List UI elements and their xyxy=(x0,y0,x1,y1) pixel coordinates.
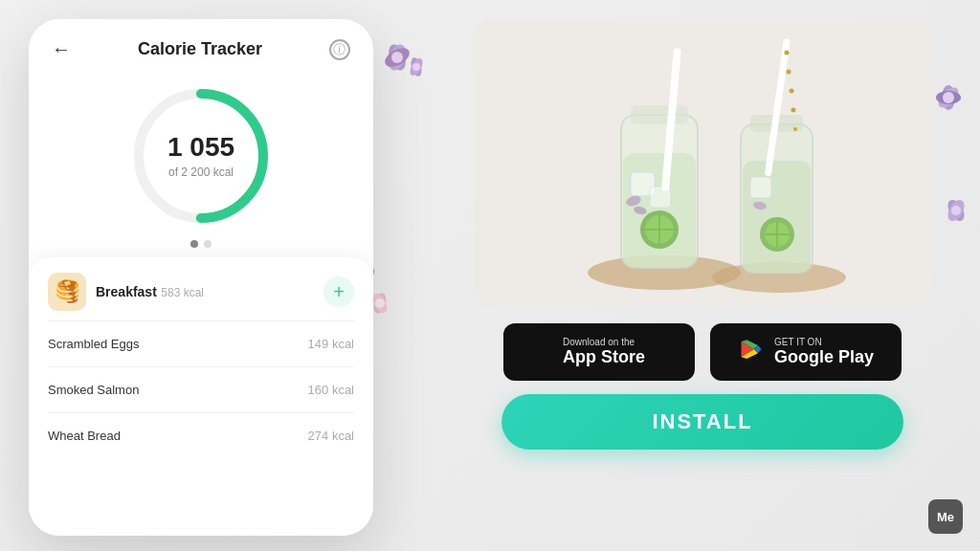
food-item-smoked-salmon: Smoked Salmon 160 kcal xyxy=(48,375,354,405)
breakfast-name: Breakfast xyxy=(96,284,157,299)
calorie-number: 1 055 xyxy=(167,132,234,163)
info-icon[interactable]: ⓘ xyxy=(329,39,350,60)
food-name-eggs: Scrambled Eggs xyxy=(48,337,139,351)
food-item-scrambled-eggs: Scrambled Eggs 149 kcal xyxy=(48,329,354,359)
drink-scene xyxy=(473,19,932,306)
food-name-bread: Wheat Bread xyxy=(48,429,121,443)
breakfast-info: Breakfast 583 kcal xyxy=(96,283,204,300)
install-button[interactable]: INSTALL xyxy=(501,394,903,450)
breakfast-icon: 🥞 xyxy=(48,273,86,311)
food-list-area: 🥞 Breakfast 583 kcal + Scrambled Eggs 14… xyxy=(29,257,373,536)
dot-1 xyxy=(190,240,198,248)
breakfast-kcal: 583 kcal xyxy=(161,286,204,299)
googleplay-button[interactable]: GET IT ON Google Play xyxy=(710,323,902,381)
breakfast-left: 🥞 Breakfast 583 kcal xyxy=(48,273,204,311)
pagination-dots xyxy=(190,240,212,248)
dot-2 xyxy=(204,240,212,248)
divider-3 xyxy=(48,412,354,413)
install-label: INSTALL xyxy=(652,409,752,434)
breakfast-category: 🥞 Breakfast 583 kcal + xyxy=(48,273,354,311)
phone-mockup: ← Calorie Tracker ⓘ 1 055 of 2 200 kcal … xyxy=(29,19,373,536)
svg-rect-45 xyxy=(750,177,771,198)
food-item-wheat-bread: Wheat Bread 274 kcal xyxy=(48,421,354,451)
appstore-label-big: App Store xyxy=(563,347,645,368)
calorie-circle-area: 1 055 of 2 200 kcal xyxy=(29,70,373,253)
calorie-circle: 1 055 of 2 200 kcal xyxy=(124,79,278,232)
food-kcal-eggs: 149 kcal xyxy=(308,337,354,351)
googleplay-text: GET IT ON Google Play xyxy=(774,337,874,368)
googleplay-label-small: GET IT ON xyxy=(774,337,874,347)
me-badge[interactable]: Me xyxy=(928,499,963,534)
googleplay-icon xyxy=(738,339,765,365)
back-arrow-icon[interactable]: ← xyxy=(52,38,71,60)
right-panel: Download on the App Store GET IT ON Goog… xyxy=(425,0,980,551)
food-image xyxy=(473,19,932,306)
me-badge-label: Me xyxy=(937,510,954,524)
svg-point-52 xyxy=(785,51,790,55)
add-breakfast-button[interactable]: + xyxy=(323,276,354,307)
appstore-button[interactable]: Download on the App Store xyxy=(503,323,695,381)
svg-rect-31 xyxy=(631,105,688,124)
food-kcal-salmon: 160 kcal xyxy=(308,383,354,397)
tracker-title: Calorie Tracker xyxy=(138,39,262,59)
svg-point-54 xyxy=(790,89,794,94)
svg-point-55 xyxy=(791,108,796,113)
svg-point-53 xyxy=(787,70,791,75)
calorie-count-display: 1 055 of 2 200 kcal xyxy=(167,132,234,180)
divider-2 xyxy=(48,366,354,367)
store-buttons-container: Download on the App Store GET IT ON Goog… xyxy=(503,323,902,381)
calorie-label: of 2 200 kcal xyxy=(168,165,234,179)
googleplay-label-big: Google Play xyxy=(774,347,874,368)
tracker-header: ← Calorie Tracker ⓘ xyxy=(29,19,373,70)
appstore-text: Download on the App Store xyxy=(563,337,645,368)
drink-svg xyxy=(473,19,932,306)
svg-point-56 xyxy=(793,127,797,131)
appstore-label-small: Download on the xyxy=(563,337,645,347)
food-name-salmon: Smoked Salmon xyxy=(48,383,139,397)
divider-1 xyxy=(48,320,354,321)
food-kcal-bread: 274 kcal xyxy=(308,429,354,443)
